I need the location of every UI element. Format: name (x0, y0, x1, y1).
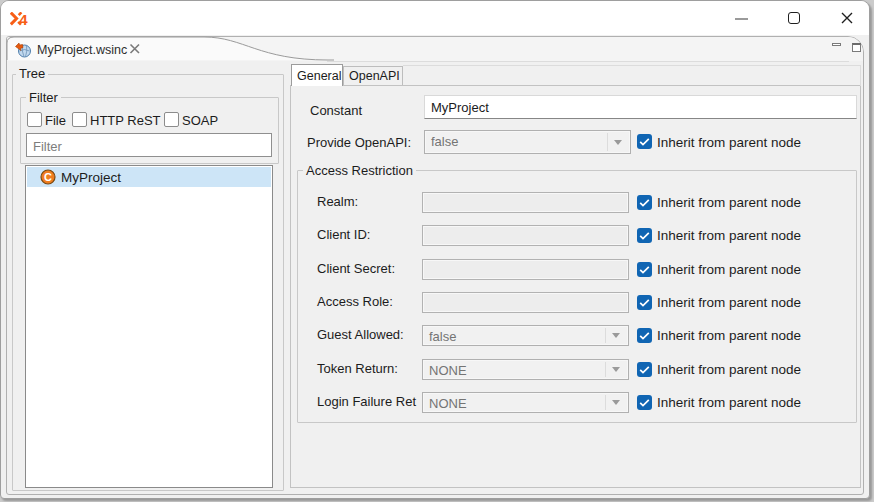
svg-text:4: 4 (19, 12, 28, 26)
svg-text:C: C (44, 171, 52, 183)
